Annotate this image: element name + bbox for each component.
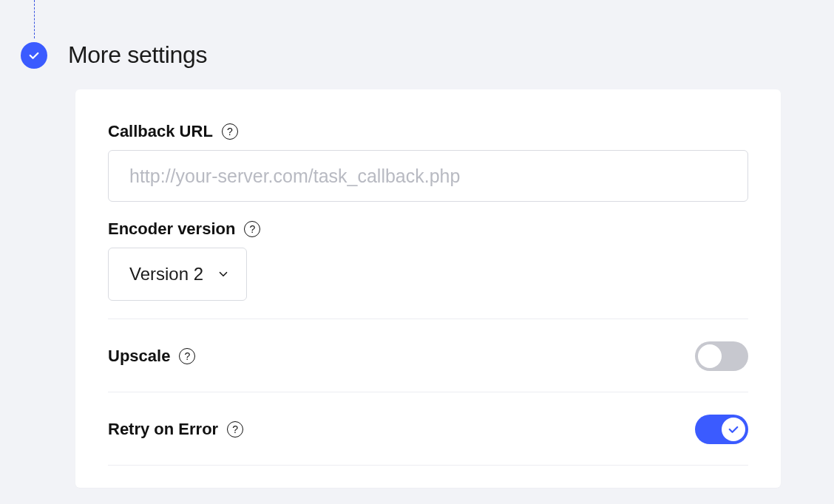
help-icon[interactable]: ? (244, 221, 260, 237)
settings-card: Callback URL ? Encoder version ? Version… (75, 89, 781, 488)
upscale-row: Upscale ? (108, 319, 748, 392)
step-complete-icon (21, 42, 47, 69)
callback-url-label: Callback URL (108, 122, 213, 141)
encoder-version-select[interactable]: Version 2 (108, 248, 247, 301)
encoder-version-value: Version 2 (129, 264, 203, 285)
retry-on-error-row: Retry on Error ? (108, 392, 748, 466)
section-header: More settings (21, 41, 834, 69)
toggle-knob (698, 344, 722, 368)
section-title: More settings (68, 41, 207, 69)
upscale-toggle[interactable] (695, 341, 748, 371)
help-icon[interactable]: ? (222, 123, 238, 140)
encoder-version-field: Encoder version ? Version 2 (108, 219, 748, 301)
help-icon[interactable]: ? (179, 348, 195, 364)
help-icon[interactable]: ? (227, 421, 243, 437)
timeline-connector (34, 0, 35, 38)
callback-url-field: Callback URL ? (108, 122, 748, 202)
encoder-version-label: Encoder version (108, 219, 235, 239)
upscale-label: Upscale (108, 347, 170, 366)
retry-on-error-toggle[interactable] (695, 415, 748, 444)
callback-url-input[interactable] (108, 150, 748, 202)
chevron-down-icon (217, 268, 230, 281)
retry-on-error-label: Retry on Error (108, 420, 218, 439)
toggle-knob (722, 418, 745, 441)
